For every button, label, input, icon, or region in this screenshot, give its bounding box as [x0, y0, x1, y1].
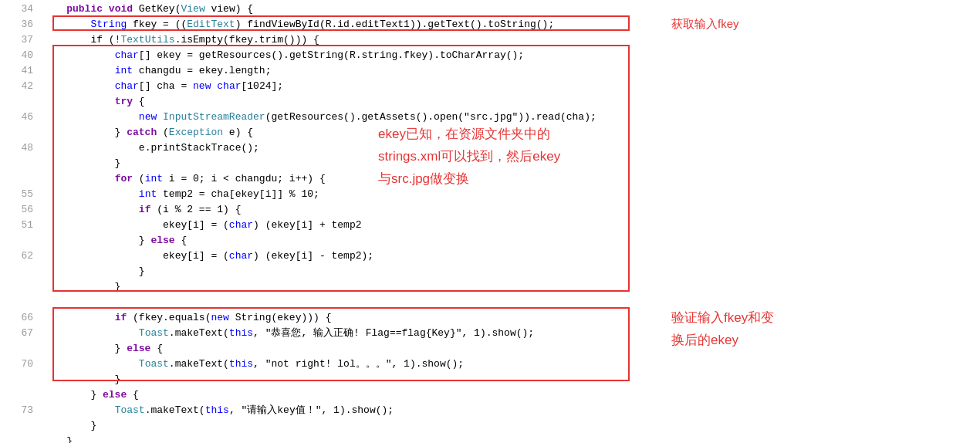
line-content: try { — [42, 94, 980, 110]
table-row: } — [0, 156, 980, 171]
line-content: char[] ekey = getResources().getString(R… — [42, 48, 980, 63]
table-row: } else { — [0, 387, 980, 403]
table-row: 70 Toast.makeText(this, "not right! lol。… — [0, 357, 980, 372]
token: toString — [488, 19, 536, 30]
table-row: } — [0, 279, 980, 295]
token: this — [205, 404, 229, 416]
token: ekey[i] = ( — [163, 250, 229, 262]
line-content: } — [42, 418, 980, 434]
token — [42, 96, 115, 107]
table-row: } else { — [0, 233, 980, 249]
token: getText — [427, 19, 470, 30]
token: (getResources().getAssets().open("src.jp… — [265, 111, 596, 123]
token: Toast — [139, 358, 169, 370]
token: , "恭喜您, 输入正确! Flag==flag{Key}", 1).show(… — [253, 327, 534, 339]
line-content: } catch (Exception e) { — [42, 125, 980, 140]
table-row: } catch (Exception e) { — [0, 125, 980, 140]
token: catch — [127, 127, 157, 138]
line-number: 62 — [0, 249, 42, 264]
line-number: 36 — [0, 17, 42, 32]
line-content: } else { — [42, 387, 980, 403]
table-row: 34 public void GetKey(View view) { — [0, 2, 980, 17]
line-content: public void GetKey(View view) { — [42, 2, 980, 17]
line-number: 66 — [0, 310, 42, 326]
token — [42, 358, 139, 370]
line-content: for (int i = 0; i < changdu; i++) { — [42, 171, 980, 187]
line-number: 73 — [0, 403, 42, 418]
table-row: } — [0, 434, 980, 443]
token: toCharArray — [440, 49, 506, 61]
token: } — [42, 343, 127, 354]
token: } — [42, 435, 73, 443]
line-number: 42 — [0, 79, 42, 94]
token: void — [109, 3, 133, 15]
token — [42, 204, 139, 215]
table-row — [0, 295, 980, 310]
token — [42, 142, 139, 154]
token: } — [42, 265, 145, 277]
line-content: int changdu = ekey.length; — [42, 63, 980, 79]
table-row: 56 if (i % 2 == 1) { — [0, 202, 980, 218]
token: (); — [536, 19, 554, 30]
code-lines: 34 public void GetKey(View view) {36 Str… — [0, 0, 980, 443]
line-content: if (!TextUtils.isEmpty(fkey.trim())) { — [42, 32, 980, 48]
token: this — [229, 327, 253, 339]
token: TextUtils — [120, 34, 174, 46]
line-content: e.printStackTrace(); — [42, 140, 980, 156]
token: } — [42, 127, 127, 138]
token: if — [139, 204, 151, 215]
line-number: 37 — [0, 32, 42, 48]
token: String — [90, 19, 127, 30]
line-content: } — [42, 264, 980, 279]
token: View — [181, 3, 204, 15]
line-number: 55 — [0, 187, 42, 202]
token: e) { — [223, 127, 253, 138]
table-row: } — [0, 372, 980, 387]
token: (); — [506, 49, 524, 61]
token: this — [229, 358, 253, 370]
table-row: 46 new InputStreamReader(getResources().… — [0, 110, 980, 125]
token: public — [66, 3, 103, 15]
token — [42, 219, 163, 231]
token: (fkey.equals( — [127, 312, 211, 323]
token: if (! — [42, 34, 120, 46]
line-content: ekey[i] = (char) (ekey[i] + temp2 — [42, 218, 980, 233]
token: ekey[i] = ( — [163, 219, 229, 231]
line-content: Toast.makeText(this, "not right! lol。。。"… — [42, 357, 980, 372]
line-content: char[] cha = new char[1024]; — [42, 79, 980, 94]
token — [42, 188, 139, 200]
token: ) (ekey[i] - temp2); — [253, 250, 373, 262]
token: i = 0; i < changdu; i++) { — [163, 173, 326, 184]
line-content: } — [42, 279, 980, 295]
token: Toast — [115, 404, 145, 416]
token: { — [133, 96, 145, 107]
line-content: String fkey = ((EditText) findViewById(R… — [42, 17, 980, 32]
line-content: int temp2 = cha[ekey[i]] % 10; — [42, 187, 980, 202]
token — [42, 250, 163, 262]
token: new — [211, 312, 228, 323]
line-number: 56 — [0, 202, 42, 218]
token: ) (ekey[i] + temp2 — [253, 219, 361, 231]
table-row: 67 Toast.makeText(this, "恭喜您, 输入正确! Flag… — [0, 326, 980, 341]
token: temp2 = cha[ekey[i]] % 10; — [157, 188, 319, 200]
table-row: } else { — [0, 341, 980, 357]
token: InputStreamReader — [163, 111, 265, 123]
token: int — [115, 65, 133, 76]
token — [42, 111, 139, 123]
line-number: 67 — [0, 326, 42, 341]
table-row: 42 char[] cha = new char[1024]; — [0, 79, 980, 94]
table-row: 55 int temp2 = cha[ekey[i]] % 10; — [0, 187, 980, 202]
line-number: 48 — [0, 140, 42, 156]
token — [103, 3, 109, 15]
token: changdu = ekey.length; — [133, 65, 271, 76]
table-row: 41 int changdu = ekey.length; — [0, 63, 980, 79]
token: , "not right! lol。。。", 1).show(); — [253, 358, 464, 370]
token: if — [115, 312, 127, 323]
table-row: 37 if (!TextUtils.isEmpty(fkey.trim())) … — [0, 32, 980, 48]
token: findViewById — [247, 19, 319, 30]
token — [42, 80, 115, 92]
line-content: } else { — [42, 233, 980, 249]
table-row: 48 e.printStackTrace(); — [0, 140, 980, 156]
token: } — [42, 389, 103, 401]
line-number: 46 — [0, 110, 42, 125]
